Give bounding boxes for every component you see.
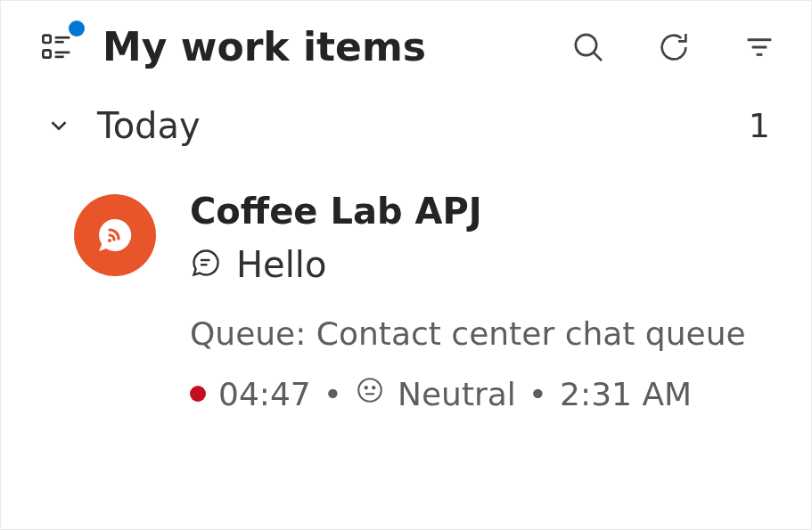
- svg-rect-1: [43, 50, 50, 57]
- duration: 04:47: [218, 376, 311, 412]
- panel-title: My work items: [103, 24, 545, 69]
- svg-point-14: [358, 379, 381, 402]
- panel-header: My work items: [1, 17, 811, 105]
- separator: •: [529, 376, 547, 412]
- chat-icon: [190, 247, 222, 282]
- work-item-meta: 04:47 • Neutral • 2:31 AM: [190, 375, 770, 412]
- search-icon: [570, 29, 606, 65]
- section-title: Today: [97, 105, 749, 146]
- section-header-today[interactable]: Today 1: [1, 105, 811, 146]
- filter-button[interactable]: [740, 28, 779, 67]
- section-count: 1: [749, 106, 770, 145]
- svg-line-7: [595, 53, 602, 60]
- svg-point-15: [365, 387, 367, 388]
- timestamp: 2:31 AM: [560, 376, 692, 412]
- work-items-panel: My work items: [0, 0, 812, 530]
- chat-avatar-icon: [94, 214, 136, 257]
- list-detail-toggle[interactable]: [37, 26, 79, 69]
- svg-rect-0: [43, 35, 50, 42]
- search-button[interactable]: [569, 28, 608, 67]
- work-item-title: Coffee Lab APJ: [190, 191, 770, 232]
- avatar: [74, 194, 156, 276]
- svg-point-11: [108, 239, 111, 242]
- work-item-preview: Hello: [236, 244, 326, 285]
- chevron-down-icon: [45, 112, 72, 139]
- status-dot: [190, 386, 206, 402]
- refresh-button[interactable]: [654, 28, 693, 67]
- queue-name: Contact center chat queue: [316, 315, 746, 352]
- refresh-icon: [656, 29, 692, 65]
- queue-label: Queue:: [190, 315, 306, 352]
- sentiment: Neutral: [398, 376, 516, 412]
- svg-point-16: [373, 387, 374, 388]
- notification-dot: [69, 20, 85, 37]
- filter-icon: [742, 29, 777, 65]
- work-item[interactable]: Coffee Lab APJ Hello Queue: Contact cent…: [1, 187, 811, 412]
- work-item-body: Coffee Lab APJ Hello Queue: Contact cent…: [190, 191, 770, 412]
- header-actions: [569, 28, 790, 67]
- work-item-queue: Queue: Contact center chat queue: [190, 315, 770, 352]
- separator: •: [324, 376, 342, 412]
- work-item-preview-row: Hello: [190, 244, 770, 285]
- neutral-face-icon: [355, 375, 385, 412]
- svg-point-6: [576, 34, 596, 54]
